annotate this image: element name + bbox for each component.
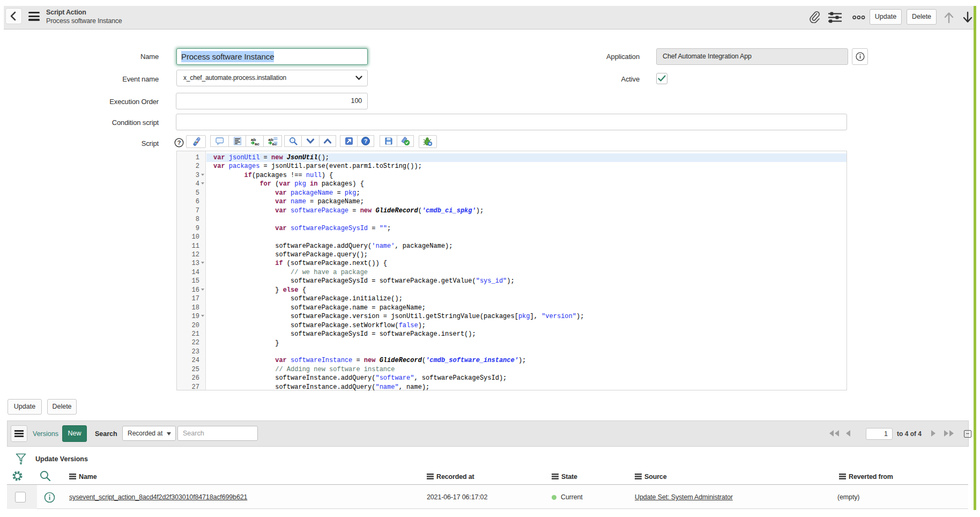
svg-text:ac: ac: [255, 142, 259, 146]
svg-text:?: ?: [177, 139, 181, 146]
svg-text:?: ?: [364, 138, 368, 144]
